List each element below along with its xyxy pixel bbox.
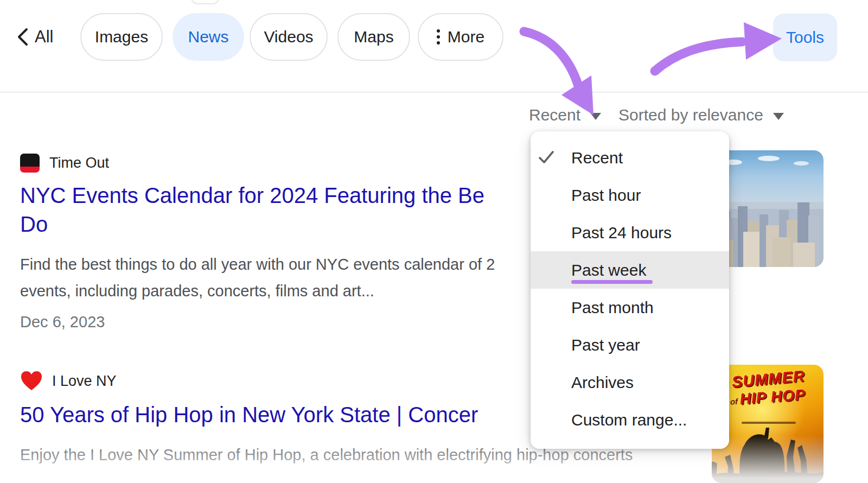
menu-item-past-month[interactable]: Past month (531, 289, 729, 326)
menu-item-past-year[interactable]: Past year (531, 326, 729, 364)
tab-more-label: More (448, 28, 484, 46)
time-filter-dropdown-trigger[interactable]: Recent (529, 104, 601, 126)
sort-filter-dropdown-trigger[interactable]: Sorted by relevance (618, 104, 784, 126)
sort-filter-label: Sorted by relevance (618, 106, 763, 124)
checkmark-icon (538, 150, 554, 165)
menu-item-past-week[interactable]: Past week (531, 251, 729, 289)
back-chevron-icon[interactable] (15, 27, 31, 47)
tab-images-label: Images (95, 28, 148, 46)
tab-news-active[interactable]: News (173, 13, 244, 61)
menu-item-past-24-hours[interactable]: Past 24 hours (531, 214, 729, 251)
result-source-row[interactable]: Time Out (20, 154, 109, 173)
menu-item-label: Past hour (571, 186, 641, 205)
chevron-down-icon (590, 113, 601, 120)
chevron-down-icon (773, 113, 784, 120)
tab-all[interactable]: All (35, 13, 53, 61)
tab-videos[interactable]: Videos (250, 13, 328, 61)
menu-item-label: Archives (571, 373, 634, 392)
search-tabs-bar: All Images News Videos Maps More Tools (0, 0, 868, 93)
snippet-line1: Find the best things to do all year with… (20, 256, 495, 273)
source-name: Time Out (49, 155, 109, 171)
menu-item-recent[interactable]: Recent (531, 139, 729, 176)
result-title-line1: NYC Events Calendar for 2024 Featuring t… (20, 183, 484, 207)
tab-maps[interactable]: Maps (337, 13, 410, 61)
purple-underline-annotation (571, 280, 653, 284)
time-out-favicon-icon (20, 154, 40, 173)
tools-button-label: Tools (786, 28, 824, 47)
menu-item-label: Past 24 hours (571, 224, 672, 242)
menu-item-label: Past year (571, 336, 640, 354)
result-date: Dec 6, 2023 (20, 313, 105, 331)
tab-videos-label: Videos (264, 28, 313, 46)
source-name: I Love NY (52, 373, 117, 390)
time-filter-menu: Recent Past hour Past 24 hours Past week… (531, 131, 729, 449)
result-title-line2: Do (20, 212, 48, 236)
searchbox-bottom-edge (191, 0, 219, 4)
result-source-row[interactable]: I Love NY (21, 371, 117, 391)
poster-of: of (730, 397, 738, 406)
menu-item-label: Past week (571, 261, 646, 279)
menu-item-label: Custom range... (571, 411, 687, 429)
snippet-line2: events, including parades, concerts, fil… (20, 282, 374, 300)
menu-item-archives[interactable]: Archives (531, 364, 729, 401)
menu-item-past-hour[interactable]: Past hour (531, 176, 729, 214)
menu-item-label: Recent (571, 149, 623, 167)
menu-item-label: Past month (571, 298, 654, 317)
menu-item-custom-range[interactable]: Custom range... (531, 401, 729, 438)
vertical-ellipsis-icon (437, 29, 440, 45)
red-heart-icon (21, 371, 42, 391)
result-title-line1: 50 Years of Hip Hop in New York State | … (20, 403, 478, 427)
tab-maps-label: Maps (354, 28, 393, 46)
tab-news-label: News (188, 28, 228, 46)
time-filter-label: Recent (529, 106, 580, 124)
tab-more[interactable]: More (418, 13, 503, 61)
tools-button[interactable]: Tools (773, 14, 837, 61)
tab-images[interactable]: Images (80, 13, 163, 61)
google-news-serp: All Images News Videos Maps More Tools R… (0, 0, 868, 483)
